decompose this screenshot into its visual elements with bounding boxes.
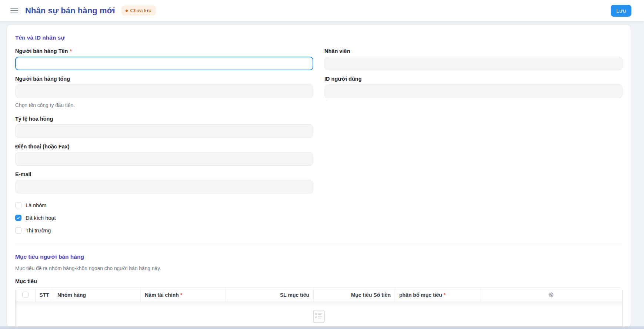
field-label-text: Nhân viên [324, 48, 350, 54]
field-label-text: E-mail [15, 171, 31, 177]
field-label-text: ID người dùng [324, 76, 362, 82]
column-label: Nhóm hàng [57, 292, 86, 298]
grid-column-stt: STT [36, 288, 53, 302]
checkbox-label: Là nhóm [26, 202, 46, 208]
hamburger-menu-icon[interactable] [10, 8, 18, 13]
section-divider [15, 244, 623, 244]
checkbox-icon[interactable] [15, 202, 21, 208]
checkbox-market[interactable]: Thị trường [15, 227, 313, 234]
parent-salesperson-input[interactable] [15, 84, 313, 98]
grid-column-target-qty: SL mục tiêu [226, 288, 314, 302]
field-label-text: Người bán hàng tổng [15, 76, 70, 82]
grid-column-target-distribution: phân bổ mục tiêu * [395, 288, 480, 302]
field-phone: Điện thoại (hoặc Fax) [15, 144, 313, 166]
checkbox-enabled[interactable]: Đã kích hoạt [15, 215, 313, 221]
phone-input[interactable] [15, 152, 313, 166]
status-badge: Chưa lưu [121, 6, 156, 16]
section-title-targets: Mục tiêu người bán hàng [15, 254, 623, 260]
field-employee: Nhân viên [324, 48, 623, 70]
column-label: STT [39, 292, 49, 298]
select-all-checkbox[interactable] [22, 292, 29, 298]
field-parent-salesperson: Người bán hàng tổng [15, 76, 313, 98]
navbar: Nhân sự bán hàng mới Chưa lưu Lưu [0, 0, 644, 21]
column-label: Mục tiêu Số tiền [351, 292, 391, 298]
targets-table-label: Mục tiêu [15, 278, 623, 284]
user-id-input[interactable] [324, 84, 623, 98]
field-label: Nhân viên [324, 48, 623, 54]
commission-rate-input[interactable] [15, 124, 313, 138]
unsaved-dot-icon [126, 10, 128, 12]
status-badge-label: Chưa lưu [130, 8, 151, 13]
column-label: SL mục tiêu [280, 292, 309, 298]
required-asterisk: * [70, 48, 72, 54]
checkbox-group: Là nhóm Đã kích hoạt [15, 202, 313, 234]
form-card: Tên và ID nhân sự Người bán hàng Tên * N… [7, 25, 631, 327]
field-label-text: Điện thoại (hoặc Fax) [15, 144, 70, 150]
field-label-text: Người bán hàng Tên [15, 48, 68, 54]
page-title: Nhân sự bán hàng mới [25, 6, 115, 16]
grid-column-item-group: Nhóm hàng [53, 288, 141, 302]
field-label: Điện thoại (hoặc Fax) [15, 144, 313, 150]
field-label: Người bán hàng tổng [15, 76, 313, 82]
checkbox-is-group[interactable]: Là nhóm [15, 202, 313, 208]
section-identity-columns: Người bán hàng Tên * Người bán hàng tổng… [15, 48, 623, 240]
field-commission-rate: Tỷ lệ hoa hồng [15, 116, 313, 138]
field-label: Người bán hàng Tên * [15, 48, 313, 54]
column-label: phân bổ mục tiêu [399, 292, 442, 298]
email-input[interactable] [15, 180, 313, 194]
checkbox-label: Thị trường [26, 228, 51, 234]
grid-column-target-amount: Mục tiêu Số tiền [314, 288, 395, 302]
employee-input[interactable] [324, 57, 623, 70]
grid-settings-gear-icon[interactable] [548, 292, 554, 298]
field-label: ID người dùng [324, 76, 623, 82]
save-button[interactable]: Lưu [611, 5, 631, 17]
section-title-identity: Tên và ID nhân sự [15, 34, 623, 41]
checkbox-icon[interactable] [15, 215, 21, 221]
grid-header-select-cell [16, 288, 36, 302]
checkbox-icon[interactable] [15, 227, 21, 234]
form-left-column: Người bán hàng Tên * Người bán hàng tổng… [15, 48, 313, 240]
field-label-text: Tỷ lệ hoa hồng [15, 116, 53, 122]
required-asterisk: * [444, 292, 446, 298]
grid-settings-cell [480, 288, 622, 302]
check-icon [16, 216, 20, 220]
field-user-id: ID người dùng [324, 76, 623, 98]
form-right-column: Nhân viên ID người dùng [324, 48, 623, 240]
checkbox-label: Đã kích hoạt [26, 215, 56, 221]
targets-grid-empty-state: Không có dữ liệu [16, 302, 622, 327]
empty-list-icon [313, 309, 325, 323]
targets-grid: STT Nhóm hàng Năm tài chính * SL mục tiê… [15, 288, 623, 327]
grid-column-fiscal-year: Năm tài chính * [141, 288, 226, 302]
required-asterisk: * [180, 292, 182, 298]
section-description: Mục tiêu đề ra nhóm hàng-khôn ngoan cho … [15, 266, 623, 271]
field-label: Tỷ lệ hoa hồng [15, 116, 313, 122]
field-salesperson-name: Người bán hàng Tên * [15, 48, 313, 70]
field-help-text: Chọn tên công ty đầu tiên. [15, 103, 313, 108]
field-label: E-mail [15, 171, 313, 177]
field-email: E-mail [15, 171, 313, 194]
targets-grid-header: STT Nhóm hàng Năm tài chính * SL mục tiê… [16, 288, 622, 302]
salesperson-name-input[interactable] [15, 57, 313, 70]
horizontal-scrollbar[interactable] [0, 326, 644, 329]
column-label: Năm tài chính [145, 292, 179, 298]
